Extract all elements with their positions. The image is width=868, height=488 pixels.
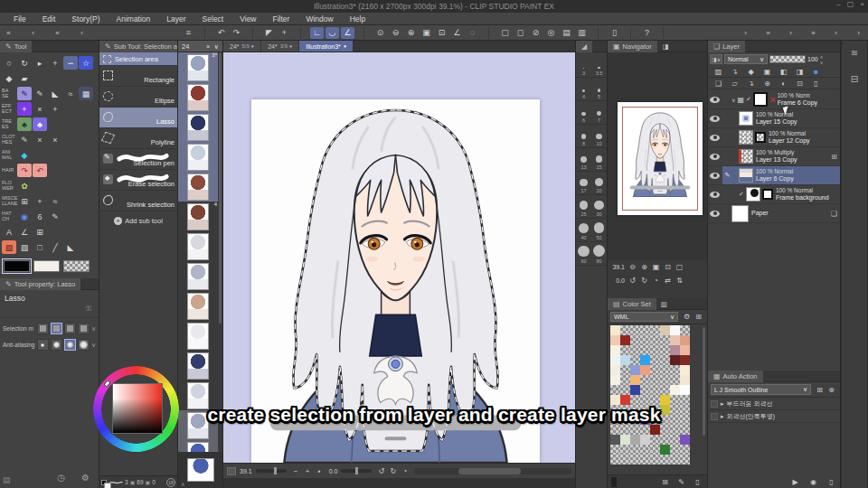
decoration-tool[interactable]: ▦	[79, 87, 93, 100]
eye-icon[interactable]	[710, 135, 720, 141]
swatch[interactable]	[670, 365, 680, 375]
swatch[interactable]	[660, 375, 670, 385]
swatch[interactable]	[650, 385, 660, 395]
brush-size-17[interactable]: 17	[576, 172, 591, 195]
subtool-polyline[interactable]: Polyline	[99, 128, 177, 149]
mini-color-chips[interactable]	[101, 480, 107, 485]
lock-transparent-pixels-icon[interactable]: ▣	[760, 68, 775, 76]
page-thumb[interactable]	[178, 172, 218, 202]
deselect-icon[interactable]: ◤	[262, 27, 276, 39]
swatch[interactable]	[670, 335, 680, 345]
line-tool[interactable]: ╱	[48, 240, 62, 254]
swatch[interactable]	[680, 425, 690, 435]
swatch[interactable]	[670, 345, 680, 355]
collapse-panel-icon[interactable]: ‹	[27, 29, 39, 37]
layer-row-layer-12-copy[interactable]: 100 % NormalLayer 12 Copy	[708, 128, 840, 147]
canvas-rotation-slider[interactable]	[341, 469, 372, 473]
link-icon[interactable]: ⊘	[529, 27, 542, 39]
save-icon[interactable]: ▤	[560, 27, 573, 39]
apply-mask-icon[interactable]: ⊡	[792, 80, 807, 88]
ruler-tool[interactable]: ∠	[17, 225, 32, 239]
brush-size-8[interactable]: 8	[576, 125, 591, 148]
swatch[interactable]	[620, 385, 630, 395]
swatch[interactable]	[680, 445, 690, 455]
effect-cut-tool[interactable]: ×	[33, 102, 47, 116]
swatch[interactable]	[630, 375, 640, 385]
subtool-selection-pen[interactable]: Selection pen	[99, 149, 177, 170]
menu-layer[interactable]: Layer	[158, 14, 193, 23]
zoom-in-icon[interactable]: ⊕	[404, 27, 418, 39]
swatch[interactable]	[650, 365, 660, 375]
collapse-dock2-icon[interactable]: «	[52, 29, 63, 37]
delete-swatch-icon[interactable]: ▯	[692, 478, 703, 486]
redo-icon[interactable]: ↷	[230, 27, 243, 39]
page-thumb[interactable]	[178, 351, 218, 380]
brush-size-80[interactable]: 80	[591, 242, 607, 266]
swatch[interactable]	[610, 445, 620, 455]
color-set-select[interactable]: WML∨	[610, 312, 678, 322]
pages-tab[interactable]: 24 × ∨	[178, 41, 222, 52]
eraser-tool[interactable]: ▰	[17, 71, 32, 85]
import-set-icon[interactable]: ⊞	[693, 313, 704, 321]
misc-blend-tool[interactable]: ≈	[48, 194, 62, 208]
opacity-spinner[interactable]: ∧∨	[820, 54, 824, 65]
swatch[interactable]	[660, 385, 670, 395]
move-canvas-icon[interactable]: +	[278, 27, 291, 39]
magic-wand-tool[interactable]: ☆	[79, 56, 93, 70]
swatch[interactable]	[640, 345, 650, 355]
page-thumb[interactable]	[178, 142, 218, 172]
misc-add-tool[interactable]: +	[33, 194, 47, 208]
document-tab-24[interactable]: 24*5/9 ●	[223, 41, 261, 52]
page-thumb[interactable]	[178, 82, 218, 112]
swatch[interactable]	[630, 325, 640, 335]
swatch[interactable]	[680, 345, 690, 355]
selection-mode-intersect[interactable]	[78, 323, 90, 334]
swatch[interactable]	[670, 375, 680, 385]
transparency-icon[interactable]: ▨	[711, 68, 726, 76]
rotate-dial-icon[interactable]: ◌	[466, 27, 479, 39]
swatch[interactable]	[680, 365, 690, 375]
layer-row-paper[interactable]: Paper❏	[708, 204, 840, 223]
lasso-select-tool[interactable]: ∽	[63, 56, 78, 70]
canvas-fit-icon[interactable]: ▪	[314, 467, 326, 475]
swatch[interactable]	[660, 355, 670, 365]
subview-tab-icon[interactable]: ◨	[663, 42, 669, 51]
swatch[interactable]	[680, 385, 690, 395]
airbrush-tool[interactable]: ◣	[48, 87, 62, 100]
color-set-tab[interactable]: ▤Color Set	[608, 298, 656, 310]
hatch-brush-tool[interactable]: ◉	[17, 210, 32, 223]
chevron-double2-icon[interactable]: »	[807, 29, 819, 37]
aa-none[interactable]	[37, 339, 49, 351]
misc-copy-tool[interactable]: ⊞	[17, 194, 32, 208]
canvas-reset-rotation-icon[interactable]: ◔	[399, 467, 410, 475]
info-badge-icon[interactable]: 18	[166, 478, 175, 487]
eye-icon[interactable]	[710, 154, 720, 160]
actual-size-icon[interactable]: ⊡	[435, 27, 448, 39]
navigator-preview-area[interactable]	[608, 52, 707, 260]
document-tab-illustration3[interactable]: Illustration3*●	[299, 41, 354, 52]
swatch[interactable]	[610, 365, 620, 375]
swatch[interactable]	[670, 455, 680, 465]
nav-flip-v-icon[interactable]: ⇅	[674, 277, 685, 285]
new-raster-layer-icon[interactable]: ❏	[711, 80, 726, 88]
menu-filter[interactable]: Filter	[265, 14, 298, 23]
swatch[interactable]	[640, 355, 650, 365]
nav-reset-rotation-icon[interactable]: ◔	[650, 277, 662, 285]
swatch[interactable]	[660, 445, 670, 455]
minimize-button[interactable]: –	[836, 0, 840, 8]
snap-to-grid-icon[interactable]: ∠	[341, 27, 354, 39]
app-badge-icon[interactable]: ▤	[3, 475, 11, 484]
swatch[interactable]	[660, 455, 670, 465]
swatch[interactable]	[630, 345, 640, 355]
swatch[interactable]	[650, 355, 660, 365]
nav-100-icon[interactable]: ⊡	[662, 263, 674, 271]
selection-icon[interactable]: ◻	[514, 27, 527, 39]
hatch-pen-tool[interactable]: ✎	[48, 210, 62, 223]
create-layer-mask-icon[interactable]: ◐	[776, 80, 791, 88]
swatch[interactable]	[680, 355, 690, 365]
close-icon[interactable]: ×	[206, 42, 210, 51]
text-tool[interactable]: A	[2, 225, 16, 239]
opacity-slider[interactable]	[769, 55, 806, 63]
hair-brush-tool[interactable]: ↷	[17, 164, 32, 177]
subtool-ellipse[interactable]: Ellipse	[99, 87, 177, 108]
